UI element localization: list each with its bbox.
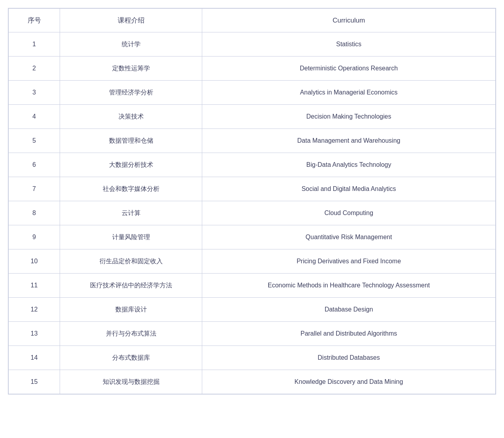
header-curriculum: Curriculum [202, 9, 496, 32]
cell-intro: 知识发现与数据挖掘 [60, 370, 202, 394]
table-row: 7社会和数字媒体分析Social and Digital Media Analy… [9, 177, 496, 201]
cell-curriculum: Deterministic Operations Research [202, 57, 496, 81]
table-row: 3管理经济学分析Analytics in Managerial Economic… [9, 81, 496, 105]
table-row: 11医疗技术评估中的经济学方法Economic Methods in Healt… [9, 274, 496, 298]
cell-seq: 15 [9, 370, 60, 394]
table-row: 1统计学Statistics [9, 32, 496, 57]
cell-curriculum: Pricing Derivatives and Fixed Income [202, 249, 496, 274]
cell-seq: 6 [9, 153, 60, 177]
cell-intro: 云计算 [60, 201, 202, 225]
cell-intro: 大数据分析技术 [60, 153, 202, 177]
cell-seq: 4 [9, 105, 60, 129]
cell-curriculum: Decision Making Technologies [202, 105, 496, 129]
cell-intro: 管理经济学分析 [60, 81, 202, 105]
cell-intro: 并行与分布式算法 [60, 322, 202, 346]
cell-intro: 分布式数据库 [60, 346, 202, 370]
table-row: 8云计算Cloud Computing [9, 201, 496, 225]
cell-intro: 计量风险管理 [60, 225, 202, 249]
header-intro: 课程介绍 [60, 9, 202, 32]
cell-curriculum: Knowledge Discovery and Data Mining [202, 370, 496, 394]
cell-intro: 决策技术 [60, 105, 202, 129]
cell-seq: 13 [9, 322, 60, 346]
cell-curriculum: Database Design [202, 298, 496, 322]
cell-intro: 社会和数字媒体分析 [60, 177, 202, 201]
cell-curriculum: Cloud Computing [202, 201, 496, 225]
cell-intro: 医疗技术评估中的经济学方法 [60, 274, 202, 298]
cell-seq: 7 [9, 177, 60, 201]
course-table-container: 序号 课程介绍 Curriculum 1统计学Statistics2定数性运筹学… [8, 8, 496, 395]
table-row: 12数据库设计Database Design [9, 298, 496, 322]
table-row: 6大数据分析技术Big-Data Analytics Technology [9, 153, 496, 177]
cell-curriculum: Big-Data Analytics Technology [202, 153, 496, 177]
cell-seq: 1 [9, 32, 60, 57]
cell-seq: 2 [9, 57, 60, 81]
cell-curriculum: Economic Methods in Healthcare Technolog… [202, 274, 496, 298]
cell-curriculum: Quantitative Risk Management [202, 225, 496, 249]
cell-seq: 9 [9, 225, 60, 249]
cell-seq: 8 [9, 201, 60, 225]
cell-curriculum: Parallel and Distributed Algorithms [202, 322, 496, 346]
cell-curriculum: Distributed Databases [202, 346, 496, 370]
cell-curriculum: Analytics in Managerial Economics [202, 81, 496, 105]
cell-curriculum: Social and Digital Media Analytics [202, 177, 496, 201]
cell-seq: 11 [9, 274, 60, 298]
cell-intro: 统计学 [60, 32, 202, 57]
cell-intro: 数据库设计 [60, 298, 202, 322]
cell-intro: 衍生品定价和固定收入 [60, 249, 202, 274]
table-row: 15知识发现与数据挖掘Knowledge Discovery and Data … [9, 370, 496, 394]
table-row: 13并行与分布式算法Parallel and Distributed Algor… [9, 322, 496, 346]
table-row: 14分布式数据库Distributed Databases [9, 346, 496, 370]
cell-curriculum: Data Management and Warehousing [202, 129, 496, 153]
cell-seq: 3 [9, 81, 60, 105]
cell-intro: 数据管理和仓储 [60, 129, 202, 153]
cell-seq: 14 [9, 346, 60, 370]
table-row: 10衍生品定价和固定收入Pricing Derivatives and Fixe… [9, 249, 496, 274]
cell-curriculum: Statistics [202, 32, 496, 57]
cell-seq: 5 [9, 129, 60, 153]
table-header-row: 序号 课程介绍 Curriculum [9, 9, 496, 32]
cell-seq: 10 [9, 249, 60, 274]
cell-intro: 定数性运筹学 [60, 57, 202, 81]
cell-seq: 12 [9, 298, 60, 322]
table-row: 9计量风险管理Quantitative Risk Management [9, 225, 496, 249]
table-row: 4决策技术Decision Making Technologies [9, 105, 496, 129]
course-table: 序号 课程介绍 Curriculum 1统计学Statistics2定数性运筹学… [8, 8, 496, 394]
header-seq: 序号 [9, 9, 60, 32]
table-row: 2定数性运筹学Deterministic Operations Research [9, 57, 496, 81]
table-row: 5数据管理和仓储Data Management and Warehousing [9, 129, 496, 153]
